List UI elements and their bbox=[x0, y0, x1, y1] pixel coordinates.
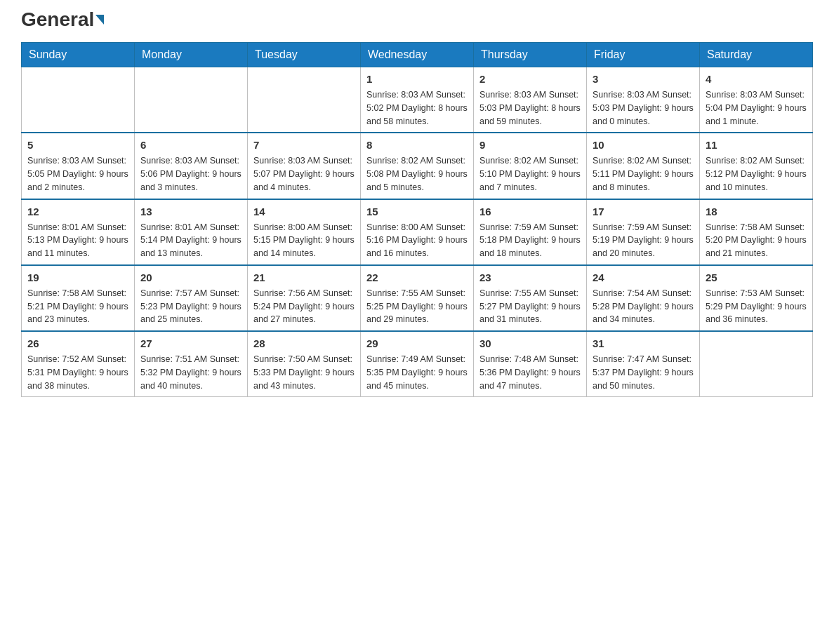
day-info: Sunrise: 7:55 AM Sunset: 5:27 PM Dayligh… bbox=[479, 287, 581, 326]
day-info: Sunrise: 8:02 AM Sunset: 5:11 PM Dayligh… bbox=[593, 154, 694, 194]
calendar-cell: 28Sunrise: 7:50 AM Sunset: 5:33 PM Dayli… bbox=[248, 331, 361, 397]
day-number: 14 bbox=[253, 204, 355, 219]
calendar-table: SundayMondayTuesdayWednesdayThursdayFrid… bbox=[21, 42, 813, 397]
calendar-cell: 3Sunrise: 8:03 AM Sunset: 5:03 PM Daylig… bbox=[587, 67, 700, 133]
day-info: Sunrise: 8:02 AM Sunset: 5:08 PM Dayligh… bbox=[366, 154, 468, 194]
calendar-cell: 11Sunrise: 8:02 AM Sunset: 5:12 PM Dayli… bbox=[700, 133, 813, 199]
day-number: 3 bbox=[593, 72, 694, 86]
day-info: Sunrise: 8:03 AM Sunset: 5:04 PM Dayligh… bbox=[706, 88, 807, 128]
calendar-cell bbox=[22, 67, 135, 133]
calendar-cell bbox=[135, 67, 248, 133]
calendar-cell: 23Sunrise: 7:55 AM Sunset: 5:27 PM Dayli… bbox=[474, 265, 587, 331]
day-number: 23 bbox=[479, 270, 581, 285]
day-info: Sunrise: 7:59 AM Sunset: 5:18 PM Dayligh… bbox=[479, 221, 581, 260]
week-row-2: 5Sunrise: 8:03 AM Sunset: 5:05 PM Daylig… bbox=[22, 133, 813, 199]
calendar-cell: 15Sunrise: 8:00 AM Sunset: 5:16 PM Dayli… bbox=[361, 199, 474, 265]
day-info: Sunrise: 7:55 AM Sunset: 5:25 PM Dayligh… bbox=[366, 287, 468, 326]
day-of-week-friday: Friday bbox=[587, 43, 700, 67]
day-info: Sunrise: 8:02 AM Sunset: 5:10 PM Dayligh… bbox=[479, 154, 581, 194]
day-number: 19 bbox=[27, 270, 128, 285]
day-info: Sunrise: 8:03 AM Sunset: 5:02 PM Dayligh… bbox=[366, 88, 468, 128]
day-number: 29 bbox=[366, 336, 468, 351]
day-number: 30 bbox=[479, 336, 581, 351]
calendar-cell: 24Sunrise: 7:54 AM Sunset: 5:28 PM Dayli… bbox=[587, 265, 700, 331]
calendar-cell: 17Sunrise: 7:59 AM Sunset: 5:19 PM Dayli… bbox=[587, 199, 700, 265]
day-info: Sunrise: 8:03 AM Sunset: 5:03 PM Dayligh… bbox=[479, 88, 581, 128]
calendar-cell bbox=[248, 67, 361, 133]
day-number: 4 bbox=[706, 72, 807, 86]
calendar-cell: 5Sunrise: 8:03 AM Sunset: 5:05 PM Daylig… bbox=[22, 133, 135, 199]
calendar-cell: 29Sunrise: 7:49 AM Sunset: 5:35 PM Dayli… bbox=[361, 331, 474, 397]
day-info: Sunrise: 8:00 AM Sunset: 5:16 PM Dayligh… bbox=[366, 221, 468, 260]
day-info: Sunrise: 7:49 AM Sunset: 5:35 PM Dayligh… bbox=[366, 353, 468, 392]
day-info: Sunrise: 7:48 AM Sunset: 5:36 PM Dayligh… bbox=[479, 353, 581, 392]
day-number: 24 bbox=[593, 270, 694, 285]
day-info: Sunrise: 7:52 AM Sunset: 5:31 PM Dayligh… bbox=[27, 353, 128, 392]
calendar-cell: 8Sunrise: 8:02 AM Sunset: 5:08 PM Daylig… bbox=[361, 133, 474, 199]
week-row-3: 12Sunrise: 8:01 AM Sunset: 5:13 PM Dayli… bbox=[22, 199, 813, 265]
day-number: 16 bbox=[479, 204, 581, 219]
calendar-cell bbox=[700, 331, 813, 397]
day-number: 25 bbox=[706, 270, 807, 285]
day-number: 9 bbox=[479, 137, 581, 152]
day-info: Sunrise: 8:03 AM Sunset: 5:07 PM Dayligh… bbox=[253, 154, 355, 194]
day-info: Sunrise: 7:56 AM Sunset: 5:24 PM Dayligh… bbox=[253, 287, 355, 326]
day-of-week-wednesday: Wednesday bbox=[361, 43, 474, 67]
calendar-header-row: SundayMondayTuesdayWednesdayThursdayFrid… bbox=[22, 43, 813, 67]
week-row-4: 19Sunrise: 7:58 AM Sunset: 5:21 PM Dayli… bbox=[22, 265, 813, 331]
day-info: Sunrise: 7:58 AM Sunset: 5:20 PM Dayligh… bbox=[706, 221, 807, 260]
day-number: 21 bbox=[253, 270, 355, 285]
calendar-cell: 16Sunrise: 7:59 AM Sunset: 5:18 PM Dayli… bbox=[474, 199, 587, 265]
calendar-cell: 7Sunrise: 8:03 AM Sunset: 5:07 PM Daylig… bbox=[248, 133, 361, 199]
day-number: 22 bbox=[366, 270, 468, 285]
day-number: 6 bbox=[140, 137, 241, 152]
calendar-cell: 22Sunrise: 7:55 AM Sunset: 5:25 PM Dayli… bbox=[361, 265, 474, 331]
day-number: 1 bbox=[366, 72, 468, 86]
day-number: 8 bbox=[366, 137, 468, 152]
day-info: Sunrise: 7:58 AM Sunset: 5:21 PM Dayligh… bbox=[27, 287, 128, 326]
calendar-cell: 6Sunrise: 8:03 AM Sunset: 5:06 PM Daylig… bbox=[135, 133, 248, 199]
calendar-cell: 30Sunrise: 7:48 AM Sunset: 5:36 PM Dayli… bbox=[474, 331, 587, 397]
day-info: Sunrise: 7:53 AM Sunset: 5:29 PM Dayligh… bbox=[706, 287, 807, 326]
day-number: 13 bbox=[140, 204, 241, 219]
day-info: Sunrise: 8:03 AM Sunset: 5:06 PM Dayligh… bbox=[140, 154, 241, 194]
day-number: 18 bbox=[706, 204, 807, 219]
day-info: Sunrise: 8:03 AM Sunset: 5:03 PM Dayligh… bbox=[593, 88, 694, 128]
day-info: Sunrise: 7:59 AM Sunset: 5:19 PM Dayligh… bbox=[593, 221, 694, 260]
day-number: 12 bbox=[27, 204, 128, 219]
calendar-cell: 31Sunrise: 7:47 AM Sunset: 5:37 PM Dayli… bbox=[587, 331, 700, 397]
week-row-1: 1Sunrise: 8:03 AM Sunset: 5:02 PM Daylig… bbox=[22, 67, 813, 133]
page-header: General bbox=[21, 14, 813, 28]
day-number: 26 bbox=[27, 336, 128, 351]
day-info: Sunrise: 7:51 AM Sunset: 5:32 PM Dayligh… bbox=[140, 353, 241, 392]
day-number: 31 bbox=[593, 336, 694, 351]
day-number: 15 bbox=[366, 204, 468, 219]
day-info: Sunrise: 7:47 AM Sunset: 5:37 PM Dayligh… bbox=[593, 353, 694, 392]
calendar-cell: 4Sunrise: 8:03 AM Sunset: 5:04 PM Daylig… bbox=[700, 67, 813, 133]
day-number: 7 bbox=[253, 137, 355, 152]
day-number: 11 bbox=[706, 137, 807, 152]
day-number: 27 bbox=[140, 336, 241, 351]
calendar-cell: 2Sunrise: 8:03 AM Sunset: 5:03 PM Daylig… bbox=[474, 67, 587, 133]
calendar-cell: 25Sunrise: 7:53 AM Sunset: 5:29 PM Dayli… bbox=[700, 265, 813, 331]
calendar-cell: 9Sunrise: 8:02 AM Sunset: 5:10 PM Daylig… bbox=[474, 133, 587, 199]
day-info: Sunrise: 7:57 AM Sunset: 5:23 PM Dayligh… bbox=[140, 287, 241, 326]
calendar-cell: 1Sunrise: 8:03 AM Sunset: 5:02 PM Daylig… bbox=[361, 67, 474, 133]
calendar-cell: 20Sunrise: 7:57 AM Sunset: 5:23 PM Dayli… bbox=[135, 265, 248, 331]
day-number: 28 bbox=[253, 336, 355, 351]
day-info: Sunrise: 8:03 AM Sunset: 5:05 PM Dayligh… bbox=[27, 154, 128, 194]
day-of-week-thursday: Thursday bbox=[474, 43, 587, 67]
day-number: 2 bbox=[479, 72, 581, 86]
day-number: 17 bbox=[593, 204, 694, 219]
day-of-week-saturday: Saturday bbox=[700, 43, 813, 67]
day-of-week-monday: Monday bbox=[135, 43, 248, 67]
day-info: Sunrise: 7:50 AM Sunset: 5:33 PM Dayligh… bbox=[253, 353, 355, 392]
calendar-cell: 26Sunrise: 7:52 AM Sunset: 5:31 PM Dayli… bbox=[22, 331, 135, 397]
day-info: Sunrise: 8:01 AM Sunset: 5:13 PM Dayligh… bbox=[27, 221, 128, 260]
calendar-cell: 21Sunrise: 7:56 AM Sunset: 5:24 PM Dayli… bbox=[248, 265, 361, 331]
calendar-cell: 13Sunrise: 8:01 AM Sunset: 5:14 PM Dayli… bbox=[135, 199, 248, 265]
day-info: Sunrise: 7:54 AM Sunset: 5:28 PM Dayligh… bbox=[593, 287, 694, 326]
day-info: Sunrise: 8:02 AM Sunset: 5:12 PM Dayligh… bbox=[706, 154, 807, 194]
calendar-cell: 18Sunrise: 7:58 AM Sunset: 5:20 PM Dayli… bbox=[700, 199, 813, 265]
day-number: 20 bbox=[140, 270, 241, 285]
